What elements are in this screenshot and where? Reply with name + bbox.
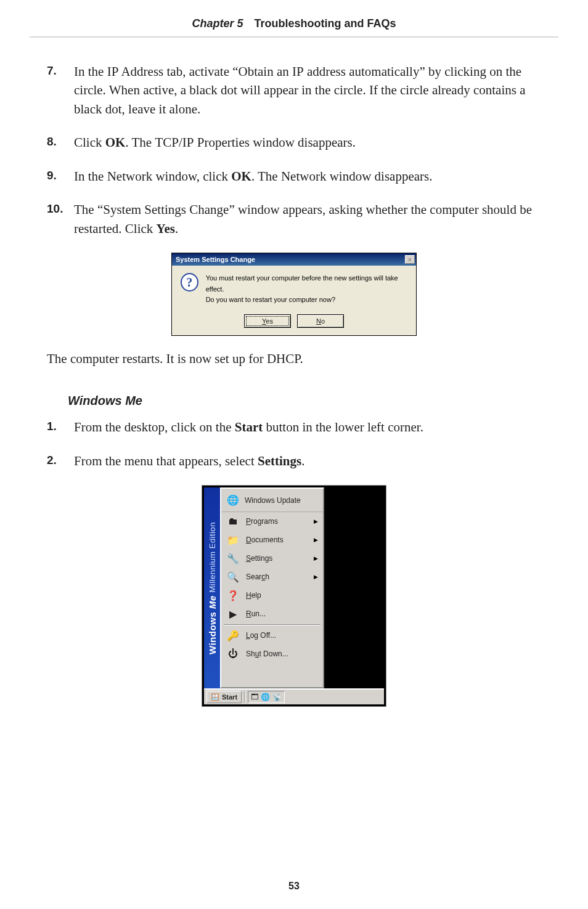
system-settings-dialog: System Settings Change × ? You must rest…	[171, 253, 417, 336]
yes-button[interactable]: Yes	[244, 314, 291, 328]
dialog-line-2: Do you want to restart your computer now…	[206, 295, 407, 306]
dialog-line-1: You must restart your computer before th…	[206, 273, 407, 295]
submenu-arrow-icon: ▶	[314, 574, 318, 580]
start-menu-figure: Windows Me Millennium Edition 🌐 Windows …	[47, 485, 541, 707]
paragraph-restart: The computer restarts. It is now set up …	[47, 349, 541, 368]
dialog-titlebar: System Settings Change ×	[172, 253, 416, 266]
shutdown-icon: ⏻	[226, 647, 240, 661]
menu-item-programs[interactable]: 🖿 Programs ▶	[221, 512, 323, 531]
menu-item-settings[interactable]: 🔧 Settings ▶	[221, 549, 323, 568]
subheading-windows-me: Windows Me	[68, 394, 541, 408]
start-button[interactable]: 🪟 Start	[206, 691, 242, 703]
menu-label: Windows Update	[245, 496, 301, 505]
menu-item-shutdown[interactable]: ⏻ Shut Down...	[221, 645, 323, 663]
submenu-arrow-icon: ▶	[314, 537, 318, 543]
desktop-background	[324, 487, 384, 688]
documents-icon: 📁	[226, 533, 240, 547]
page-header: Chapter 5 Troubleshooting and FAQs	[0, 0, 588, 36]
no-button[interactable]: No	[297, 314, 344, 328]
submenu-arrow-icon: ▶	[314, 518, 318, 524]
programs-icon: 🖿	[226, 515, 240, 528]
taskbar-divider	[244, 691, 245, 703]
dialog-body: ? You must restart your computer before …	[172, 266, 416, 313]
step-8: 8. Click OK. The TCP/IP Properties windo…	[47, 133, 541, 152]
menu-item-run[interactable]: ▶ Run...	[221, 605, 323, 623]
start-label: Start	[222, 693, 237, 701]
menu-item-help[interactable]: ❓ Help	[221, 586, 323, 605]
dialog-buttons: Yes No	[172, 313, 416, 335]
taskbar: 🪟 Start 🗔 🌐 📡	[204, 688, 384, 704]
page-content: 7. In the IP Address tab, activate “Obta…	[0, 38, 588, 707]
step-number: 8.	[47, 133, 74, 152]
step-number: 9.	[47, 167, 74, 185]
quick-launch: 🗔 🌐 📡	[248, 691, 285, 703]
start-menu: Windows Me Millennium Edition 🌐 Windows …	[204, 487, 324, 688]
menu-separator	[224, 624, 321, 625]
settings-icon: 🔧	[226, 552, 240, 565]
tray-icon[interactable]: 🗔	[251, 693, 258, 701]
page-number: 53	[0, 881, 588, 892]
step-7: 7. In the IP Address tab, activate “Obta…	[47, 62, 541, 118]
question-icon: ?	[181, 273, 198, 291]
steps-list-b: 1. From the desktop, click on the Start …	[47, 418, 541, 470]
tray-icon[interactable]: 🌐	[261, 693, 270, 701]
step-number: 7.	[47, 62, 74, 118]
step-number: 10.	[47, 200, 74, 238]
search-icon: 🔍	[226, 570, 240, 584]
start-menu-screenshot: Windows Me Millennium Edition 🌐 Windows …	[202, 485, 386, 707]
logoff-icon: 🔑	[226, 629, 240, 642]
windows-update-icon: 🌐	[226, 494, 240, 507]
step-10: 10. The “System Settings Change” window …	[47, 200, 541, 238]
close-icon[interactable]: ×	[405, 255, 415, 264]
help-icon: ❓	[226, 589, 240, 602]
step-b1: 1. From the desktop, click on the Start …	[47, 418, 541, 436]
submenu-arrow-icon: ▶	[314, 555, 318, 561]
step-number: 1.	[47, 418, 74, 436]
tray-icon[interactable]: 📡	[272, 693, 282, 701]
start-menu-stripe: Windows Me Millennium Edition	[204, 487, 220, 688]
menu-item-windows-update[interactable]: 🌐 Windows Update	[221, 489, 323, 512]
step-b2: 2. From the menu that appears, select Se…	[47, 452, 541, 470]
windows-flag-icon: 🪟	[211, 693, 219, 701]
system-settings-dialog-figure: System Settings Change × ? You must rest…	[47, 253, 541, 336]
step-number: 2.	[47, 452, 74, 470]
run-icon: ▶	[226, 607, 240, 621]
menu-item-documents[interactable]: 📁 Documents ▶	[221, 531, 323, 549]
steps-list-a: 7. In the IP Address tab, activate “Obta…	[47, 62, 541, 238]
menu-item-logoff[interactable]: 🔑 Log Off...	[221, 626, 323, 645]
chapter-title: Troubleshooting and FAQs	[255, 17, 396, 30]
dialog-title: System Settings Change	[176, 256, 255, 263]
menu-item-search[interactable]: 🔍 Search ▶	[221, 568, 323, 586]
chapter-label: Chapter 5	[192, 17, 243, 30]
step-9: 9. In the Network window, click OK. The …	[47, 167, 541, 185]
